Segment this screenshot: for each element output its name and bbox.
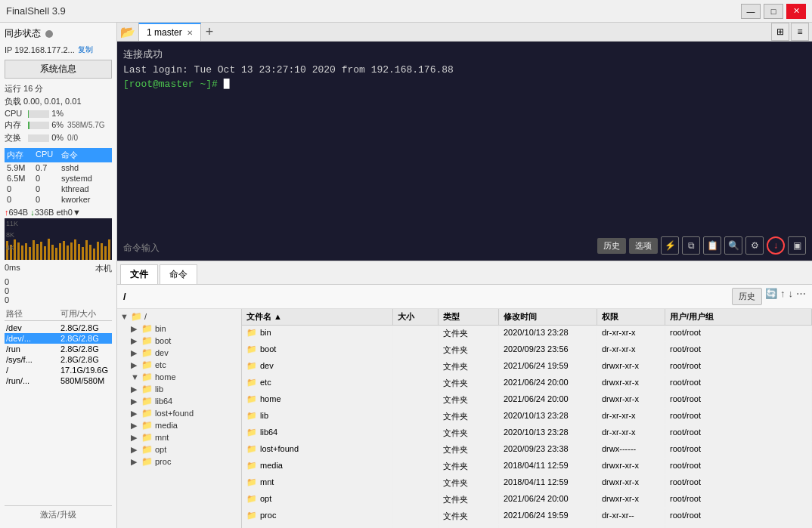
- grid-view-button[interactable]: ⊞: [771, 23, 789, 41]
- col-header-name[interactable]: 文件名: [242, 309, 393, 325]
- select-button[interactable]: 选项: [629, 238, 658, 254]
- tab-close-button[interactable]: ✕: [187, 29, 193, 37]
- sync-label: 同步状态: [5, 27, 41, 40]
- disk-row[interactable]: /dev2.8G/2.8G: [5, 323, 112, 333]
- lightning-button[interactable]: ⚡: [661, 236, 679, 255]
- history-button[interactable]: 历史: [597, 238, 626, 254]
- download-button[interactable]: ↓: [767, 236, 785, 255]
- proc-row: 0 0 kthread: [5, 184, 112, 194]
- path-bar: / 历史 🔄 ↑ ↓ ⋯: [117, 285, 812, 309]
- search-button[interactable]: 🔍: [724, 236, 742, 255]
- file-list[interactable]: 文件名 大小 类型 修改时间 权限 用户/用户组 📁bin 文件夹 2020/1…: [242, 309, 812, 528]
- col-header-size[interactable]: 大小: [393, 309, 439, 325]
- terminal[interactable]: 连接成功 Last login: Tue Oct 13 23:27:10 202…: [117, 42, 812, 261]
- tab-commands[interactable]: 命令: [160, 264, 197, 284]
- tab-files[interactable]: 文件: [120, 264, 158, 284]
- tree-item-etc[interactable]: ▶ 📁 etc: [119, 359, 240, 371]
- disk-row[interactable]: /17.1G/19.6G: [5, 365, 112, 375]
- close-button[interactable]: ✕: [786, 4, 806, 19]
- expand-icon: ▼: [120, 312, 131, 321]
- file-tabs: 文件 命令: [117, 261, 812, 285]
- disk-row[interactable]: /run/...580M/580M: [5, 375, 112, 386]
- refresh-button[interactable]: 🔄: [765, 288, 777, 305]
- history-path-button[interactable]: 历史: [732, 288, 762, 305]
- file-row[interactable]: 📁home 文件夹 2021/06/24 20:00 drwxr-xr-x ro…: [242, 392, 812, 409]
- svg-rect-19: [78, 244, 80, 260]
- file-row[interactable]: 📁boot 文件夹 2020/09/23 23:56 dr-xr-xr-x ro…: [242, 342, 812, 359]
- download-path-button[interactable]: ↓: [789, 288, 794, 305]
- local-label: 本机: [95, 263, 112, 274]
- tree-item-opt[interactable]: ▶ 📁 opt: [119, 443, 240, 455]
- mem-detail: 358M/5.7G: [67, 121, 104, 129]
- col-header-date[interactable]: 修改时间: [499, 309, 597, 325]
- tree-item-lost[interactable]: ▶ 📁 lost+found: [119, 407, 240, 419]
- col-header-owner[interactable]: 用户/用户组: [665, 309, 812, 325]
- tab-master[interactable]: 1 master ✕: [138, 23, 201, 41]
- file-row[interactable]: 📁mnt 文件夹 2018/04/11 12:59 drwxr-xr-x roo…: [242, 475, 812, 492]
- copy-ip-button[interactable]: 复制: [78, 45, 93, 55]
- list-view-button[interactable]: ≡: [791, 23, 809, 41]
- file-rows-container: 📁bin 文件夹 2020/10/13 23:28 dr-xr-xr-x roo…: [242, 326, 812, 528]
- file-tree[interactable]: ▼ 📁 / ▶ 📁 bin ▶ 📁 boot: [117, 309, 242, 528]
- disk-row[interactable]: /dev/...2.8G/2.8G: [5, 333, 112, 344]
- proc-row: 6.5M 0 systemd: [5, 173, 112, 184]
- proc-row: 5.9M 0.7 sshd: [5, 162, 112, 173]
- tree-root[interactable]: ▼ 📁 /: [119, 310, 240, 323]
- file-row[interactable]: 📁lib 文件夹 2020/10/13 23:28 dr-xr-xr-x roo…: [242, 409, 812, 425]
- disk-row[interactable]: /run2.8G/2.8G: [5, 344, 112, 354]
- file-row[interactable]: 📁media 文件夹 2018/04/11 12:59 drwxr-xr-x r…: [242, 459, 812, 475]
- col-header-perm[interactable]: 权限: [597, 309, 665, 325]
- terminal-mode-button[interactable]: ▣: [788, 236, 806, 255]
- upload-button[interactable]: ↑: [780, 288, 786, 305]
- svg-rect-13: [55, 248, 57, 260]
- file-row[interactable]: 📁opt 文件夹 2021/06/24 20:00 drwxr-xr-x roo…: [242, 492, 812, 508]
- tree-item-media[interactable]: ▶ 📁 media: [119, 419, 240, 431]
- sidebar: 同步状态 IP 192.168.177.2... 复制 系统信息 运行 16 分…: [0, 23, 117, 528]
- net-chart: 11K 8K 4K: [5, 218, 112, 260]
- file-row[interactable]: 📁lib64 文件夹 2020/10/13 23:28 dr-xr-xr-x r…: [242, 425, 812, 442]
- tree-item-proc[interactable]: ▶ 📁 proc: [119, 455, 240, 468]
- folder-icon: 📁: [141, 444, 153, 455]
- settings-button[interactable]: ⚙: [745, 236, 764, 255]
- tree-item-lib64[interactable]: ▶ 📁 lib64: [119, 395, 240, 407]
- tree-item-home[interactable]: ▼ 📁 home: [119, 371, 240, 383]
- tree-item-boot[interactable]: ▶ 📁 boot: [119, 335, 240, 347]
- proc-header-cpu: CPU: [33, 148, 59, 162]
- tree-item-mnt[interactable]: ▶ 📁 mnt: [119, 431, 240, 443]
- more-button[interactable]: ⋯: [796, 288, 806, 305]
- folder-icon: 📁: [141, 384, 153, 394]
- file-row[interactable]: 📁dev 文件夹 2021/06/24 19:59 drwxr-xr-x roo…: [242, 359, 812, 375]
- cursor: █: [224, 79, 230, 90]
- file-row[interactable]: 📁etc 文件夹 2021/06/24 20:00 drwxr-xr-x roo…: [242, 375, 812, 392]
- minimize-button[interactable]: —: [741, 4, 761, 19]
- files-button[interactable]: 📋: [703, 236, 721, 255]
- copy-button[interactable]: ⧉: [682, 236, 700, 255]
- tree-label: home: [155, 372, 176, 381]
- sysinfo-button[interactable]: 系统信息: [5, 60, 112, 79]
- expand-icon: ▶: [131, 409, 141, 418]
- proc-header-mem: 内存: [5, 148, 33, 162]
- tree-item-lib[interactable]: ▶ 📁 lib: [119, 383, 240, 395]
- col-header-type[interactable]: 类型: [439, 309, 499, 325]
- swap-label: 交换: [5, 132, 26, 144]
- disk-row[interactable]: /sys/f...2.8G/2.8G: [5, 354, 112, 365]
- activate-button[interactable]: 激活/升级: [5, 505, 112, 523]
- tree-item-dev[interactable]: ▶ 📁 dev: [119, 347, 240, 359]
- tree-label: opt: [155, 445, 166, 454]
- path-text: /: [123, 291, 126, 302]
- file-row[interactable]: 📁proc 文件夹 2021/06/24 19:59 dr-xr-xr-- ro…: [242, 508, 812, 525]
- file-row[interactable]: 📁lost+found 文件夹 2020/09/23 23:38 drwx---…: [242, 442, 812, 459]
- svg-rect-9: [40, 242, 42, 260]
- svg-rect-21: [85, 240, 88, 260]
- tree-item-bin[interactable]: ▶ 📁 bin: [119, 323, 240, 335]
- svg-rect-25: [101, 243, 103, 260]
- file-row[interactable]: 📁bin 文件夹 2020/10/13 23:28 dr-xr-xr-x roo…: [242, 326, 812, 342]
- svg-text:11K: 11K: [6, 220, 18, 227]
- mem-label: 内存: [5, 119, 26, 131]
- latency-row: 0ms 本机: [5, 263, 112, 274]
- new-tab-button[interactable]: +: [206, 24, 214, 40]
- ip-text: IP 192.168.177.2...: [5, 45, 75, 54]
- file-row[interactable]: 📁root 文件夹 2021/06/24 20:00 drwxr-xr-x ro…: [242, 525, 812, 528]
- maximize-button[interactable]: □: [764, 4, 783, 19]
- path-toolbar: 历史 🔄 ↑ ↓ ⋯: [732, 288, 806, 305]
